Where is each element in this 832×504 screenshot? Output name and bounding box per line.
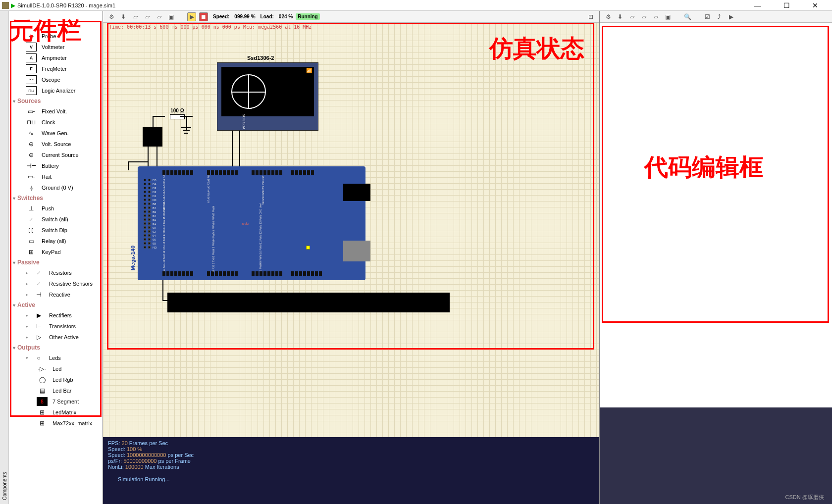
comp-wave-gen[interactable]: ∿Wave Gen. bbox=[9, 128, 103, 139]
logic-analizer-icon: ⊓⊔ bbox=[26, 86, 37, 95]
led-icon: -▷- bbox=[37, 364, 48, 373]
comp-led-rgb[interactable]: ◯Led Rgb bbox=[9, 374, 103, 385]
comp-oscope[interactable]: 〰Oscope bbox=[9, 74, 103, 85]
upload-icon[interactable]: ⤴ bbox=[715, 12, 724, 21]
pin-header-left: D5 D4 D3 D2 D1 D0 B8 B7 B6 B4 B3 B1 90 9… bbox=[144, 179, 166, 275]
comp-ampmeter[interactable]: AAmpmeter bbox=[9, 52, 103, 63]
tab-components[interactable]: Components bbox=[1, 26, 8, 504]
comp-resistors[interactable]: ▸⟋Resistors bbox=[9, 267, 103, 278]
status-led bbox=[306, 246, 310, 250]
resistor-component[interactable]: 100 Ω bbox=[162, 108, 192, 120]
pin-header-bot-3 bbox=[252, 271, 282, 276]
led-rgb-icon: ◯ bbox=[37, 375, 48, 384]
comp-push[interactable]: ⊥Push bbox=[9, 203, 103, 214]
find-icon[interactable]: 🔍 bbox=[683, 12, 692, 21]
titlebar: ▶ SimulIDE-1.0.0-SR0 R1320 - mage.sim1 —… bbox=[0, 0, 832, 11]
comp-7-segment[interactable]: 87 Segment bbox=[9, 396, 103, 407]
cat-switches[interactable]: ▾Switches bbox=[9, 193, 103, 203]
stop-button[interactable]: ⏹ bbox=[199, 12, 208, 21]
comp-volt-source[interactable]: ⊖Volt. Source bbox=[9, 139, 103, 150]
debug-icon[interactable]: ▶ bbox=[727, 12, 735, 21]
compile-icon[interactable]: ☑ bbox=[703, 12, 712, 21]
window-title: SimulIDE-1.0.0-SR0 R1320 - mage.sim1 bbox=[17, 2, 115, 8]
code-editor-panel[interactable]: 代码编辑框 bbox=[600, 23, 832, 407]
ground-symbol[interactable] bbox=[181, 127, 191, 142]
arduino-mega[interactable]: Mega-140 ardu A15A14A13A12A11A10A9A8 bbox=[138, 166, 365, 280]
comp-led[interactable]: -▷-Led bbox=[9, 363, 103, 374]
cat-passive[interactable]: ▾Passive bbox=[9, 257, 103, 267]
cat-leds[interactable]: ▾○Leds bbox=[9, 353, 103, 363]
leds-icon: ○ bbox=[33, 353, 44, 362]
comp-ledmatrix[interactable]: ⊞LedMatrix bbox=[9, 407, 103, 418]
pin-header-top-2 bbox=[207, 170, 238, 175]
output-console: FPS: 20 Frames per Sec Speed: 100 % Spee… bbox=[103, 437, 599, 504]
ledmatrix-icon: ⊞ bbox=[37, 408, 48, 417]
mega-label: Mega-140 bbox=[130, 246, 136, 270]
save-icon[interactable]: ⬇ bbox=[616, 12, 624, 21]
comp-battery[interactable]: ⊣⊢Battery bbox=[9, 160, 103, 171]
pin-header-bot-2 bbox=[207, 271, 238, 276]
comp-switch-dip[interactable]: ⫿⫿Switch Dip bbox=[9, 225, 103, 236]
comp-ground[interactable]: ⏚Ground (0 V) bbox=[9, 182, 103, 193]
cat-sources[interactable]: ▾Sources bbox=[9, 96, 103, 106]
comp-resistive-sensors[interactable]: ▸⟋Resistive Sensors bbox=[9, 278, 103, 289]
comp-relay[interactable]: ▭Relay (all) bbox=[9, 236, 103, 247]
export-icon[interactable]: ▣ bbox=[166, 12, 175, 21]
wave-gen-icon: ∿ bbox=[26, 129, 37, 138]
tab-file-explorer[interactable]: File explorer bbox=[0, 26, 1, 504]
switch-icon: ⟋ bbox=[26, 215, 37, 224]
new-icon[interactable]: ▱ bbox=[627, 12, 636, 21]
anno-label-code: 代码编辑框 bbox=[644, 151, 763, 183]
comp-other-active[interactable]: ▸▷Other Active bbox=[9, 332, 103, 343]
pin-header-top-4 bbox=[291, 170, 314, 175]
comp-logic-analizer[interactable]: ⊓⊔Logic Analizer bbox=[9, 85, 103, 96]
new-icon[interactable]: ▱ bbox=[131, 12, 140, 21]
other-active-icon: ▷ bbox=[33, 333, 44, 342]
pin-header-bot-1 bbox=[162, 271, 193, 276]
oled-label: Ssd1306-2 bbox=[247, 55, 274, 61]
close-button[interactable]: ✕ bbox=[805, 0, 825, 10]
comp-keypad[interactable]: ⊞KeyPad bbox=[9, 247, 103, 257]
speed-value: 099.99 % bbox=[234, 14, 255, 19]
comp-led-bar[interactable]: ▤Led Bar bbox=[9, 385, 103, 396]
play-icon: ▶ bbox=[11, 2, 15, 9]
comp-rectifiers[interactable]: ▸▶Rectifiers bbox=[9, 310, 103, 321]
saveas-icon[interactable]: ▱ bbox=[155, 12, 163, 21]
app-icon bbox=[2, 2, 9, 9]
cat-outputs[interactable]: ▾Outputs bbox=[9, 343, 103, 353]
save-icon[interactable]: ⬇ bbox=[119, 12, 128, 21]
comp-current-source[interactable]: ⊖Current Source bbox=[9, 150, 103, 160]
sim-info-text: Time: 00:00:13 s 600 ms 000 µs 000 ns 00… bbox=[109, 24, 312, 30]
gear-icon[interactable]: ⚙ bbox=[107, 12, 116, 21]
schematic-canvas[interactable]: 仿真状态 Time: 00:00:13 s 600 ms 000 µs 000 … bbox=[103, 23, 599, 437]
comp-max72xx[interactable]: ⊞Max72xx_matrix bbox=[9, 418, 103, 429]
open-icon[interactable]: ▱ bbox=[143, 12, 152, 21]
code-toolbar: ⚙ ⬇ ▱ ▱ ▱ ▣ 🔍 ☑ ⤴ ▶ bbox=[600, 11, 832, 23]
comp-freqmeter[interactable]: FFreqMeter bbox=[9, 63, 103, 74]
usb-connector bbox=[343, 184, 370, 201]
comp-switch[interactable]: ⟋Switch (all) bbox=[9, 214, 103, 225]
black-bar-component[interactable] bbox=[167, 293, 450, 312]
rectifiers-icon: ▶ bbox=[33, 311, 44, 320]
relay-icon: ▭ bbox=[26, 237, 37, 246]
comp-rail[interactable]: ▭-Rail. bbox=[9, 171, 103, 182]
maximize-button[interactable]: ☐ bbox=[777, 0, 796, 10]
push-icon: ⊥ bbox=[26, 204, 37, 213]
resistor-label: 100 Ω bbox=[162, 108, 192, 113]
components-panel: ⊸Probe VVoltmeter AAmpmeter FFreqMeter 〰… bbox=[9, 11, 103, 504]
comp-transistors[interactable]: ▸⊢Transistors bbox=[9, 321, 103, 332]
cat-active[interactable]: ▾Active bbox=[9, 300, 103, 310]
comp-clock[interactable]: ⊓⊔Clock bbox=[9, 117, 103, 128]
freqmeter-icon: F bbox=[26, 64, 37, 73]
open-icon[interactable]: ▱ bbox=[639, 12, 648, 21]
comp-reactive[interactable]: ▸⊣Reactive bbox=[9, 289, 103, 300]
oled-component[interactable]: Ssd1306-2 📶 SCKSDA bbox=[217, 62, 318, 131]
black-component[interactable] bbox=[143, 127, 162, 147]
minimize-button[interactable]: — bbox=[748, 0, 768, 10]
comp-fixed-volt[interactable]: ▭-Fixed Volt. bbox=[9, 106, 103, 117]
saveas-icon[interactable]: ▱ bbox=[651, 12, 660, 21]
zoom-icon[interactable]: ⊡ bbox=[586, 12, 595, 21]
gear-icon[interactable]: ⚙ bbox=[604, 12, 613, 21]
export-icon[interactable]: ▣ bbox=[663, 12, 672, 21]
play-button[interactable]: ▶ bbox=[187, 12, 196, 21]
